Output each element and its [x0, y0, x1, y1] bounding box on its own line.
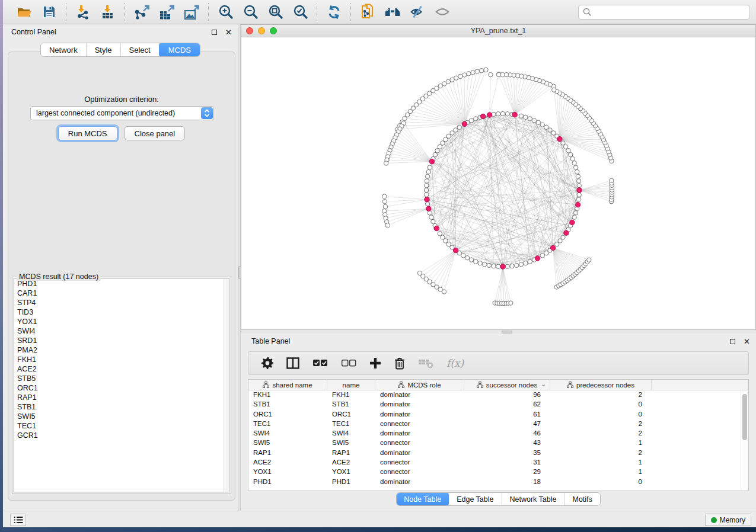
column-header-predecessor-nodes[interactable]: predecessor nodes [550, 380, 652, 390]
table-cell: 35 [464, 448, 550, 458]
table-cell: dominator [375, 477, 464, 487]
network-title: YPA_prune.txt_1 [241, 27, 755, 35]
search-input[interactable] [578, 5, 750, 20]
tab-style[interactable]: Style [87, 43, 121, 56]
tab-node-table[interactable]: Node Table [396, 492, 449, 506]
table-row[interactable]: PHD1PHD1dominator180 [248, 477, 748, 487]
mcds-result-item[interactable]: GCR1 [14, 431, 229, 440]
mcds-result-item[interactable]: RAP1 [14, 393, 229, 402]
table-row[interactable]: YOX1YOX1connector291 [248, 467, 748, 477]
zoom-fit-button[interactable] [267, 4, 283, 20]
control-panel-tabs: NetworkStyleSelectMCDS [3, 43, 238, 57]
import-table-button[interactable] [100, 4, 116, 20]
table-row[interactable]: STB1STB1dominator620 [248, 400, 748, 409]
open-file-button[interactable] [16, 4, 33, 20]
column-header-successor-nodes[interactable]: successor nodes⌄ [464, 380, 550, 390]
clear-selection-button[interactable] [341, 359, 356, 367]
tab-network-table[interactable]: Network Table [502, 493, 565, 505]
table-row[interactable]: SWI5SWI5connector431 [248, 438, 748, 448]
table-cell [652, 477, 748, 487]
network-canvas[interactable] [241, 37, 755, 329]
table-row[interactable]: RAP1RAP1dominator352 [248, 448, 748, 458]
run-mcds-button[interactable]: Run MCDS [58, 126, 117, 140]
add-row-button[interactable] [369, 357, 381, 369]
table-settings-button[interactable] [261, 357, 273, 369]
hide-graphics-details-button[interactable] [409, 4, 426, 20]
close-panel-button[interactable]: Close panel [125, 126, 186, 140]
show-details-eye-icon [434, 4, 451, 20]
table-cell: SWI5 [327, 438, 375, 448]
column-header-MCDS-role[interactable]: MCDS role [375, 380, 464, 390]
show-graphics-details-button[interactable] [434, 4, 451, 20]
table-cell: SWI4 [327, 429, 375, 438]
tab-edge-table[interactable]: Edge Table [449, 493, 502, 505]
mcds-result-item[interactable]: YOX1 [14, 317, 229, 326]
column-header-name[interactable]: name [327, 380, 375, 390]
tab-select[interactable]: Select [121, 43, 160, 56]
mcds-result-item[interactable]: ORC1 [14, 383, 229, 393]
table-cell: RAP1 [248, 448, 327, 458]
table-row[interactable]: ACE2ACE2connector311 [248, 458, 748, 467]
table-header-row: shared namename MCDS role successor node… [248, 380, 748, 390]
table-cell: 1 [550, 467, 652, 477]
mcds-result-item[interactable]: TID3 [14, 307, 229, 317]
criterion-dropdown[interactable]: largest connected component (undirected) [30, 106, 214, 120]
table-row[interactable]: SWI4SWI4dominator462 [248, 429, 748, 438]
mcds-result-item[interactable]: CAR1 [14, 289, 229, 298]
table-row[interactable]: FKH1FKH1dominator962 [248, 390, 748, 400]
tab-network[interactable]: Network [41, 43, 87, 56]
mcds-result-item[interactable]: SWI5 [14, 412, 229, 421]
select-all-icon [312, 359, 328, 367]
zoom-selected-button[interactable] [292, 4, 308, 20]
mcds-list-scrollbar[interactable] [224, 279, 229, 492]
table-cell: connector [375, 438, 464, 448]
table-cell: dominator [375, 410, 464, 419]
table-row[interactable]: TEC1TEC1connector472 [248, 419, 748, 429]
mcds-result-item[interactable]: FKH1 [14, 355, 229, 364]
show-columns-button[interactable] [286, 357, 299, 369]
columns-icon [286, 357, 299, 369]
dropdown-stepper-icon [201, 107, 213, 119]
export-table-button[interactable] [158, 4, 175, 20]
criterion-value: largest connected component (undirected) [31, 109, 201, 117]
export-network-button[interactable] [133, 4, 150, 20]
network-window-titlebar[interactable]: YPA_prune.txt_1 [241, 25, 755, 37]
export-image-button[interactable] [183, 4, 200, 20]
import-network-button[interactable] [75, 4, 91, 20]
tab-motifs[interactable]: Motifs [564, 493, 599, 505]
table-scrollbar[interactable] [741, 391, 748, 490]
table-cell: SWI4 [248, 429, 327, 438]
float-panel-icon[interactable] [212, 30, 217, 35]
table-cell [652, 390, 748, 400]
new-network-from-selection-button[interactable] [359, 4, 376, 20]
zoom-out-button[interactable] [242, 4, 259, 20]
refresh-layout-button[interactable] [326, 4, 342, 20]
mcds-result-item[interactable]: STB5 [14, 374, 229, 383]
float-panel-icon[interactable] [730, 339, 735, 344]
search-network-button[interactable] [384, 4, 401, 20]
close-panel-icon[interactable]: ✕ [744, 338, 750, 345]
zoom-in-button[interactable] [217, 4, 234, 20]
table-cell: 0 [550, 410, 652, 419]
table-cell: connector [375, 419, 464, 429]
table-cell [652, 429, 748, 438]
tab-mcds[interactable]: MCDS [159, 43, 200, 57]
mcds-result-list[interactable]: PHD1CAR1STP4TID3YOX1SWI4SRD1PMA2FKH1ACE2… [14, 278, 229, 492]
select-all-button[interactable] [312, 359, 328, 367]
mcds-result-item[interactable]: TEC1 [14, 421, 229, 431]
mcds-result-item[interactable]: SRD1 [14, 336, 229, 345]
close-panel-icon[interactable]: ✕ [225, 28, 232, 36]
mcds-result-item[interactable]: PMA2 [14, 345, 229, 355]
memory-button[interactable]: Memory [705, 514, 751, 526]
memory-status-icon [711, 517, 717, 523]
mcds-result-item[interactable]: ACE2 [14, 364, 229, 374]
mcds-result-item[interactable]: STB1 [14, 402, 229, 412]
mcds-result-item[interactable]: SWI4 [14, 326, 229, 336]
scrollbar-thumb[interactable] [742, 394, 747, 440]
save-session-button[interactable] [41, 4, 58, 20]
mcds-result-item[interactable]: STP4 [14, 298, 229, 307]
delete-rows-button[interactable] [394, 357, 405, 370]
column-header-shared-name[interactable]: shared name [248, 380, 327, 390]
table-row[interactable]: ORC1ORC1dominator610 [248, 410, 748, 419]
task-history-button[interactable] [10, 514, 26, 526]
